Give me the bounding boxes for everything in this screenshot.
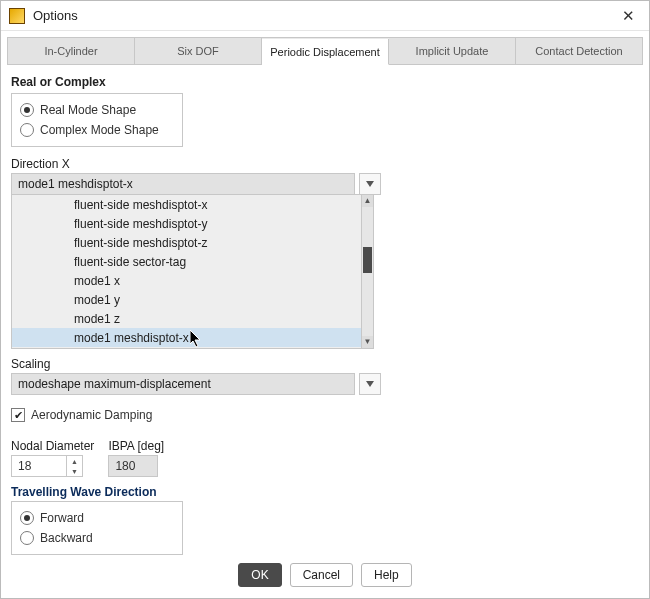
dropdown-option[interactable]: fluent-side meshdisptot-y [12, 214, 361, 233]
nodal-diameter-label: Nodal Diameter [11, 439, 94, 453]
radio-icon [20, 103, 34, 117]
ibpa-input[interactable]: 180 [108, 455, 158, 477]
radio-label: Forward [40, 511, 84, 525]
ibpa-label: IBPA [deg] [108, 439, 164, 453]
dropdown-option[interactable]: mode1 z [12, 309, 361, 328]
radio-label: Real Mode Shape [40, 103, 136, 117]
options-dialog: Options ✕ In-Cylinder Six DOF Periodic D… [0, 0, 650, 599]
tab-periodic-displacement[interactable]: Periodic Displacement [262, 39, 389, 65]
twd-group: Forward Backward [11, 501, 183, 555]
scaling-label: Scaling [11, 357, 639, 371]
spinner-up-icon[interactable]: ▲ [67, 456, 82, 466]
radio-backward[interactable]: Backward [20, 528, 174, 548]
spinner-down-icon[interactable]: ▼ [67, 466, 82, 476]
scroll-track[interactable] [362, 207, 373, 336]
close-icon[interactable]: ✕ [616, 4, 641, 27]
radio-icon [20, 511, 34, 525]
direction-x-value: mode1 meshdisptot-x [11, 173, 355, 195]
app-icon [9, 8, 25, 24]
ibpa-value: 180 [115, 459, 135, 473]
radio-real-mode-shape[interactable]: Real Mode Shape [20, 100, 174, 120]
dropdown-option[interactable]: fluent-side meshdisptot-z [12, 233, 361, 252]
scroll-thumb[interactable] [363, 247, 372, 273]
aero-damping-checkbox[interactable]: ✔ Aerodynamic Damping [11, 405, 639, 425]
direction-x-dropdown: fluent-side meshdisptot-x fluent-side me… [11, 194, 374, 349]
window-title: Options [33, 8, 616, 23]
dropdown-option[interactable]: mode1 meshdisptot-x [12, 328, 361, 347]
nodal-diameter-value: 18 [12, 456, 66, 476]
scaling-combo[interactable]: modeshape maximum-displacement [11, 373, 381, 395]
scaling-value: modeshape maximum-displacement [11, 373, 355, 395]
tab-implicit-update[interactable]: Implicit Update [389, 38, 516, 64]
radio-icon [20, 531, 34, 545]
radio-complex-mode-shape[interactable]: Complex Mode Shape [20, 120, 174, 140]
twd-heading: Travelling Wave Direction [11, 485, 639, 499]
scroll-up-icon[interactable]: ▲ [362, 195, 373, 207]
dialog-footer: OK Cancel Help [1, 556, 649, 598]
ok-button[interactable]: OK [238, 563, 281, 587]
dropdown-option[interactable]: fluent-side sector-tag [12, 252, 361, 271]
radio-label: Backward [40, 531, 93, 545]
spinner-arrows: ▲ ▼ [66, 456, 82, 476]
titlebar: Options ✕ [1, 1, 649, 31]
tab-contact-detection[interactable]: Contact Detection [516, 38, 642, 64]
direction-x-combo[interactable]: mode1 meshdisptot-x [11, 173, 381, 195]
direction-x-label: Direction X [11, 157, 639, 171]
tab-six-dof[interactable]: Six DOF [135, 38, 262, 64]
chevron-down-icon[interactable] [359, 373, 381, 395]
dropdown-scrollbar[interactable]: ▲ ▼ [361, 195, 373, 348]
dropdown-option[interactable]: mode1 y [12, 290, 361, 309]
real-complex-heading: Real or Complex [11, 75, 639, 89]
dropdown-option[interactable]: mode1 meshdisptot-y [12, 347, 361, 348]
real-complex-group: Real Mode Shape Complex Mode Shape [11, 93, 183, 147]
checkbox-icon: ✔ [11, 408, 25, 422]
nodal-diameter-input[interactable]: 18 ▲ ▼ [11, 455, 83, 477]
aero-damping-label: Aerodynamic Damping [31, 408, 152, 422]
scroll-down-icon[interactable]: ▼ [362, 336, 373, 348]
dropdown-option[interactable]: mode1 x [12, 271, 361, 290]
radio-label: Complex Mode Shape [40, 123, 159, 137]
chevron-down-icon[interactable] [359, 173, 381, 195]
dropdown-option[interactable]: fluent-side meshdisptot-x [12, 195, 361, 214]
tab-in-cylinder[interactable]: In-Cylinder [8, 38, 135, 64]
radio-forward[interactable]: Forward [20, 508, 174, 528]
dialog-body: Real or Complex Real Mode Shape Complex … [1, 65, 649, 556]
tab-bar: In-Cylinder Six DOF Periodic Displacemen… [7, 37, 643, 65]
help-button[interactable]: Help [361, 563, 412, 587]
cancel-button[interactable]: Cancel [290, 563, 353, 587]
radio-icon [20, 123, 34, 137]
